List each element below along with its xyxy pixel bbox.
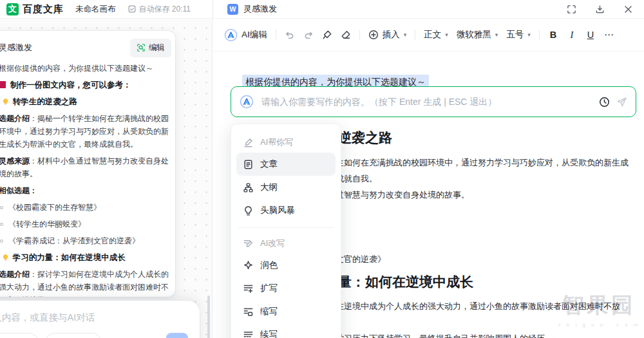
paragraph-style-select[interactable]: 正文 ▾: [424, 29, 448, 41]
menu-item-condense[interactable]: 缩写: [236, 300, 336, 323]
chevron-down-icon: ▾: [404, 32, 407, 38]
font-family-value: 微软雅黑: [457, 29, 491, 41]
autosave-label: 自动保存 20:11: [139, 4, 191, 15]
app-header-left: 文 百度文库 未命名画布 自动保存 20:11: [0, 0, 213, 19]
font-family-select[interactable]: 微软雅黑 ▾: [457, 29, 498, 41]
expand-write-icon: [243, 283, 254, 294]
undo-icon[interactable]: [285, 30, 295, 40]
document-title[interactable]: 未命名画布: [75, 4, 116, 15]
insert-label: 插入: [383, 29, 400, 41]
send-icon[interactable]: [616, 97, 627, 108]
chat-input[interactable]: [0, 312, 191, 323]
paragraph-style-value: 正文: [424, 29, 441, 41]
circle-bullet-icon: [0, 206, 3, 209]
history-clock-icon[interactable]: [599, 97, 610, 108]
sparkle-icon: [243, 260, 254, 271]
font-size-value: 五号: [506, 29, 524, 41]
font-size-select[interactable]: 五号 ▾: [506, 29, 531, 41]
chevron-down-icon: ▾: [527, 32, 531, 38]
toolbar-divider: [539, 30, 540, 40]
similar-topic-item: 《校园霸凌下的生存智慧》: [0, 201, 171, 214]
outline-icon: [243, 182, 254, 193]
more-options-button[interactable]: ⋯: [604, 29, 614, 41]
canvas-background[interactable]: 灵感激发 编辑 根据你提供的内容，为你提供以下选题建议～ 制作一份图文内容，您可…: [0, 19, 213, 338]
ai-logo-icon: [240, 95, 254, 109]
autosave-icon: [128, 5, 137, 14]
circle-bullet-icon: [0, 239, 3, 243]
ai-write-menu: AI帮你写 文章 大纲 头脑风暴 AI改写 润色: [231, 124, 341, 338]
ai-prompt-box: [231, 86, 636, 117]
inspiration-panel-title: 灵感激发: [0, 42, 32, 53]
article-icon: [243, 159, 254, 170]
inspiration-panel[interactable]: 灵感激发 编辑 根据你提供的内容，为你提供以下选题建议～ 制作一份图文内容，您可…: [0, 31, 175, 297]
wenku-logo-glyph: 文: [8, 3, 17, 15]
close-icon[interactable]: [623, 5, 633, 14]
brand-name[interactable]: 百度文库: [23, 3, 64, 15]
condense-write-icon: [243, 306, 254, 317]
quick-action-pill[interactable]: [45, 333, 102, 338]
lightbulb-icon: [243, 205, 254, 216]
autosave-status: 自动保存 20:11: [128, 4, 191, 15]
page-title: 灵感激发: [243, 3, 277, 15]
toolbar-divider: [415, 30, 415, 40]
ai-logo-icon: [224, 28, 238, 42]
menu-item-continue[interactable]: 续写: [236, 323, 336, 338]
ai-prompt-input[interactable]: [260, 96, 592, 108]
edit-button-label: 编辑: [149, 42, 165, 53]
menu-group-header: AI帮你写: [236, 132, 336, 153]
canvas-scrollbar[interactable]: [207, 296, 210, 338]
toolbar-divider: [276, 30, 276, 40]
editor-toolbar: AI编辑 插入 ▾ 正文 ▾ 微软雅黑 ▾ 五号 ▾ B I U ⋯: [213, 19, 644, 52]
similar-topic-item: 《学霸养成记：从学渣到文官的逆袭》: [0, 234, 171, 247]
fullscreen-icon[interactable]: [567, 5, 576, 14]
menu-item-outline[interactable]: 大纲: [236, 176, 336, 199]
rewrite-icon: [243, 238, 254, 249]
app-header-right: W 灵感激发: [213, 0, 644, 19]
insert-button[interactable]: 插入 ▾: [368, 29, 407, 41]
panel-intro-text: 根据你提供的内容，为你提供以下选题建议～: [0, 62, 171, 75]
quick-action-pill[interactable]: [0, 333, 39, 338]
topic1-intro: 选题介绍：揭秘一个转学生如何在充满挑战的校园环境中，通过努力学习与巧妙应对，从受…: [0, 112, 171, 151]
topic1-source: 灵感来源：材料中小鱼通过智慧与努力改变自身处境的故事。: [0, 155, 171, 180]
italic-button[interactable]: I: [567, 30, 577, 41]
chevron-down-icon: ▾: [495, 32, 498, 38]
pen-line-icon: [243, 137, 254, 148]
topic1-heading: (一) 转学生的逆袭之路: [0, 95, 171, 108]
editor-area: AI编辑 插入 ▾ 正文 ▾ 微软雅黑 ▾ 五号 ▾ B I U ⋯: [213, 19, 644, 338]
plus-circle-icon: [368, 30, 379, 40]
menu-item-article[interactable]: 文章: [236, 153, 336, 176]
eraser-icon[interactable]: [341, 30, 351, 40]
format-painter-icon[interactable]: [322, 30, 332, 40]
circle-bullet-icon: [0, 223, 3, 226]
underline-button[interactable]: U: [585, 30, 596, 40]
panel-section-title: 制作一份图文内容，您可以参考：: [0, 79, 171, 91]
redo-icon[interactable]: [303, 30, 314, 40]
menu-item-expand[interactable]: 扩写: [236, 277, 336, 300]
menu-divider: [238, 227, 334, 228]
continue-write-icon: [243, 330, 254, 338]
topic2-heading: (二) 学习的力量：如何在逆境中成长: [0, 251, 171, 264]
bold-button[interactable]: B: [548, 30, 558, 40]
ai-edit-button[interactable]: AI编辑: [224, 28, 267, 42]
scan-edit-icon: [137, 43, 146, 52]
menu-group-header: AI改写: [236, 233, 336, 254]
topic2-title: 学习的力量：如何在逆境中成长: [13, 251, 126, 264]
menu-item-polish[interactable]: 润色: [236, 254, 336, 277]
chat-send-button[interactable]: [166, 333, 188, 338]
download-icon[interactable]: [595, 5, 605, 14]
document-body[interactable]: 根据你提供的内容，为你提供以下选题建议～ （一）转学生的逆袭之路 选题介绍：揭秘…: [213, 52, 644, 338]
ai-chat-card: [0, 301, 200, 338]
menu-item-brainstorm[interactable]: 头脑风暴: [236, 199, 336, 222]
similar-topic-item: 《转学生的华丽蜕变》: [0, 218, 171, 230]
topic1-title: 转学生的逆袭之路: [13, 95, 77, 108]
ai-edit-label: AI编辑: [242, 29, 267, 41]
edit-button[interactable]: 编辑: [130, 39, 171, 57]
wenku-logo-icon[interactable]: 文: [6, 3, 19, 15]
toolbar-divider: [359, 30, 360, 40]
topic2-intro: 选题介绍：探讨学习如何在逆境中成为个人成长的强大动力，通过小鱼的故事激励读者面对…: [0, 268, 171, 297]
doc-type-badge: W: [227, 4, 238, 15]
bulb-icon: [1, 254, 10, 262]
red-square-icon: [0, 81, 6, 88]
topic1-similar-label: 相似选题：: [0, 184, 171, 197]
chevron-down-icon: ▾: [445, 32, 448, 38]
